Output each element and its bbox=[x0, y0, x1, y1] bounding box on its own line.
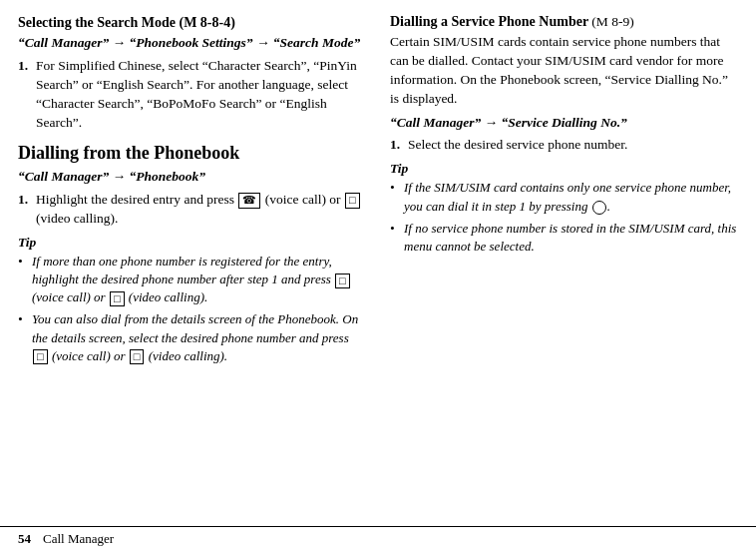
list-item: 1. Highlight the desired entry and press… bbox=[18, 191, 366, 229]
phonebook-heading: Dialling from the Phonebook bbox=[18, 143, 366, 165]
selecting-steps: 1. For Simplified Chinese, select “Chara… bbox=[18, 57, 366, 133]
video-icon-tip2: □ bbox=[130, 349, 145, 364]
step-number: 1. bbox=[18, 57, 32, 133]
step-content: Highlight the desired entry and press ☎ … bbox=[36, 191, 366, 229]
bullet-marker: • bbox=[18, 310, 28, 365]
right-tips: • If the SIM/USIM card contains only one… bbox=[390, 179, 738, 256]
tip-text: If no service phone number is stored in … bbox=[404, 220, 738, 256]
selecting-path: “Call Manager” → “Phonebook Settings” → … bbox=[18, 34, 366, 53]
bullet-marker: • bbox=[390, 220, 400, 256]
list-item: 1. For Simplified Chinese, select “Chara… bbox=[18, 57, 366, 133]
list-item: 1. Select the desired service phone numb… bbox=[390, 136, 738, 155]
page-footer: 54 Call Manager bbox=[0, 526, 756, 551]
phonebook-path: “Call Manager” → “Phonebook” bbox=[18, 168, 366, 187]
dialling-intro: Certain SIM/USIM cards contain service p… bbox=[390, 33, 738, 109]
step-number: 1. bbox=[390, 136, 404, 155]
page-container: Selecting the Search Mode (M 8-8-4) “Cal… bbox=[0, 0, 756, 551]
right-tip-section: Tip • If the SIM/USIM card contains only… bbox=[390, 161, 738, 256]
left-tip-section: Tip • If more than one phone number is r… bbox=[18, 235, 366, 365]
tip-item: • You can also dial from the details scr… bbox=[18, 310, 366, 365]
dialling-mode: (M 8-9) bbox=[591, 14, 633, 29]
step-content: For Simplified Chinese, select “Characte… bbox=[36, 57, 366, 133]
bullet-marker: • bbox=[390, 179, 400, 215]
phonebook-steps: 1. Highlight the desired entry and press… bbox=[18, 191, 366, 229]
tip-item: • If the SIM/USIM card contains only one… bbox=[390, 179, 738, 215]
step-number: 1. bbox=[18, 191, 32, 229]
left-tips: • If more than one phone number is regis… bbox=[18, 253, 366, 365]
dialling-title-text: Dialling a Service Phone Number bbox=[390, 14, 591, 29]
dialling-steps: 1. Select the desired service phone numb… bbox=[390, 136, 738, 155]
left-column: Selecting the Search Mode (M 8-8-4) “Cal… bbox=[18, 14, 366, 516]
voice-icon-tip: □ bbox=[335, 274, 350, 288]
circle-icon bbox=[592, 201, 606, 215]
tip-item: • If no service phone number is stored i… bbox=[390, 220, 738, 256]
tip-text: If more than one phone number is registe… bbox=[32, 253, 366, 307]
content-area: Selecting the Search Mode (M 8-8-4) “Cal… bbox=[0, 0, 756, 526]
bullet-marker: • bbox=[18, 253, 28, 307]
voice-call-icon: ☎ bbox=[238, 193, 260, 208]
voice-icon-tip2: □ bbox=[33, 349, 48, 364]
video-icon-tip: □ bbox=[110, 291, 125, 306]
page-number: 54 bbox=[18, 531, 31, 547]
dialling-path: “Call Manager” → “Service Dialling No.” bbox=[390, 114, 738, 133]
left-tip-title: Tip bbox=[18, 235, 366, 251]
right-column: Dialling a Service Phone Number (M 8-9) … bbox=[390, 14, 738, 516]
right-tip-title: Tip bbox=[390, 161, 738, 177]
tip-text: If the SIM/USIM card contains only one s… bbox=[404, 179, 738, 215]
dialling-title: Dialling a Service Phone Number (M 8-9) bbox=[390, 14, 738, 30]
step-content: Select the desired service phone number. bbox=[408, 136, 738, 155]
tip-text: You can also dial from the details scree… bbox=[32, 310, 366, 365]
video-call-icon: □ bbox=[345, 193, 360, 208]
selecting-title: Selecting the Search Mode (M 8-8-4) bbox=[18, 14, 366, 32]
footer-title: Call Manager bbox=[43, 531, 114, 547]
tip-item: • If more than one phone number is regis… bbox=[18, 253, 366, 307]
